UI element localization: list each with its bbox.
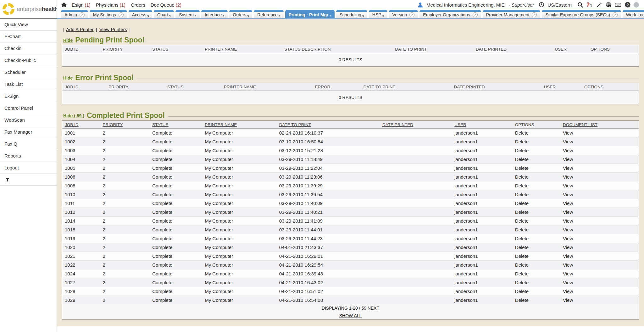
column-job-id[interactable]: JOB ID [62,45,100,53]
sidebar-item-control-panel[interactable]: Control Panel [0,102,57,114]
delete-link[interactable]: Delete [515,192,529,197]
view-link[interactable]: View [563,148,573,153]
column-label[interactable]: STATUS [167,85,183,89]
delete-link[interactable]: Delete [515,289,529,294]
tab-similar-exposure-groups-segs[interactable]: Similar Exposure Groups (SEGs)↗ [542,10,621,18]
search-icon[interactable] [577,2,584,8]
tab-chart[interactable]: Chart [154,10,174,18]
column-label[interactable]: JOB ID [65,47,79,52]
view-link[interactable]: View [563,227,573,232]
column-label[interactable]: USER [555,47,567,52]
tab-interface[interactable]: Interface [201,10,228,18]
tab-scheduling[interactable]: Scheduling [336,10,367,18]
delete-link[interactable]: Delete [515,218,529,224]
help-icon[interactable]: ? [624,2,631,8]
column-label[interactable]: DATE TO PRINT [395,47,427,52]
column-label[interactable]: PRIORITY [103,47,123,52]
sidebar-item-e-chart[interactable]: E-Chart [0,30,57,42]
sidebar-item-scheduler[interactable]: Scheduler [0,66,57,78]
column-label[interactable]: DATE PRINTED [382,122,413,127]
view-printers-link[interactable]: View Printers [99,27,127,32]
column-error[interactable]: ERROR [312,83,361,91]
view-link[interactable]: View [563,218,573,224]
column-label[interactable]: DATE TO PRINT [279,122,311,127]
sidebar-item-webscan[interactable]: WebScan [0,114,57,126]
view-link[interactable]: View [563,139,573,144]
sidebar-item-reports[interactable]: Reports [0,150,57,162]
view-link[interactable]: View [563,280,573,285]
tab-version[interactable]: Version↗ [389,10,418,18]
column-date-printed[interactable]: DATE PRINTED [380,121,452,129]
tab-employer-organizations[interactable]: Employer Organizations↗ [419,10,481,18]
sidebar-item-checkin[interactable]: Checkin [0,42,57,54]
nav-doc-queue[interactable]: Doc Queue(2) [151,2,181,8]
column-printer-name[interactable]: PRINTER NAME [202,121,277,129]
tab-provider-management[interactable]: Provider Management↗ [483,10,541,18]
nav-physicians[interactable]: Physicians(1) [96,2,125,8]
column-document-list[interactable]: DOCUMENT LIST [560,121,639,129]
column-label[interactable]: PRINTER NAME [224,85,256,89]
column-status[interactable]: STATUS [150,45,202,53]
view-link[interactable]: View [563,297,573,303]
view-link[interactable]: View [563,262,573,268]
clock-icon[interactable] [538,2,545,8]
delete-link[interactable]: Delete [515,271,529,276]
column-label[interactable]: DATE PRINTED [454,85,485,89]
delete-link[interactable]: Delete [515,209,529,215]
sidebar-item-fax-manager[interactable]: Fax Manager [0,126,57,138]
column-status[interactable]: STATUS [165,83,221,91]
nav-orders[interactable]: Orders [131,2,145,8]
view-link[interactable]: View [563,174,573,180]
sidebar-item-fax-q[interactable]: Fax Q [0,138,57,150]
tab-system[interactable]: System [175,10,200,18]
column-label[interactable]: PRIORITY [108,85,129,89]
tab-hsp[interactable]: HSP [369,10,387,18]
delete-link[interactable]: Delete [515,157,529,162]
column-label[interactable]: DOCUMENT LIST [563,122,597,127]
view-link[interactable]: View [563,236,573,241]
column-label[interactable]: PRINTER NAME [205,47,237,52]
column-user[interactable]: USER [452,121,513,129]
delete-link[interactable]: Delete [515,183,529,188]
tab-my-settings[interactable]: My Settings↗ [90,10,127,18]
column-date-printed[interactable]: DATE PRINTED [473,45,552,53]
wand-icon[interactable] [596,2,602,8]
delete-link[interactable]: Delete [515,201,529,206]
delete-link[interactable]: Delete [515,227,529,232]
sidebar-item-e-sign[interactable]: E-Sign [0,90,57,102]
column-label[interactable]: USER [544,85,556,89]
show-all-link[interactable]: SHOW ALL [339,313,362,318]
column-user[interactable]: USER [552,45,588,53]
column-label[interactable]: STATUS [152,47,168,52]
column-priority[interactable]: PRIORITY [106,83,165,91]
column-label[interactable]: ERROR [315,85,330,89]
view-link[interactable]: View [563,157,573,162]
sidebar-item-checkin-public[interactable]: Checkin-Public [0,54,57,66]
home-icon[interactable] [61,2,67,8]
column-label[interactable]: STATUS DESCRIPTION [284,47,330,52]
delete-link[interactable]: Delete [515,262,529,268]
hide-pending-link[interactable]: Hide [63,38,73,43]
column-label[interactable]: USER [454,122,466,127]
nav-esign[interactable]: Esign(1) [72,2,91,8]
view-link[interactable]: View [563,183,573,188]
tab-orders[interactable]: Orders [229,10,252,18]
delete-link[interactable]: Delete [515,174,529,180]
delete-link[interactable]: Delete [515,236,529,241]
sidebar-pin-row[interactable] [0,174,57,186]
hide-completed-link[interactable]: Hide ( 59 ) [63,113,84,118]
column-date-printed[interactable]: DATE PRINTED [451,83,541,91]
tab-printing-print-mgr[interactable]: Printing : Print Mgr [285,10,335,18]
column-date-to-print[interactable]: DATE TO PRINT [277,121,380,129]
column-user[interactable]: USER [541,83,582,91]
tab-admin[interactable]: Admin↗ [61,10,88,18]
view-link[interactable]: View [563,271,573,276]
sidebar-item-task-list[interactable]: Task List [0,78,57,90]
delete-link[interactable]: Delete [515,253,529,259]
globe-icon[interactable] [605,2,612,8]
keyboard-icon[interactable] [615,2,621,8]
view-link[interactable]: View [563,245,573,250]
column-priority[interactable]: PRIORITY [100,121,150,129]
delete-link[interactable]: Delete [515,148,529,153]
sidebar-item-logout[interactable]: Logout [0,162,57,174]
